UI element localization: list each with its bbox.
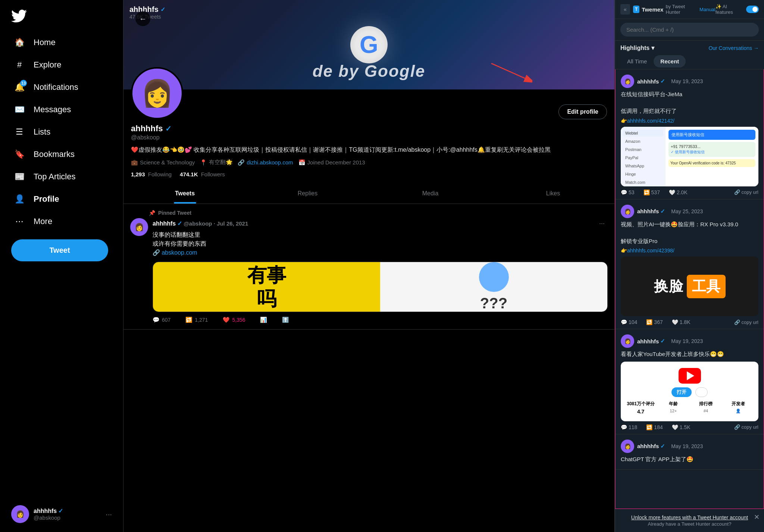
tweet-author: ahhhhfs ✓ @abskoop · Jul 26, 2021 xyxy=(153,220,248,227)
tweet-image: 有事吗 ??? AHHHHFS.COM xyxy=(153,262,608,312)
tw-retweet-2[interactable]: 🔁 367 xyxy=(646,319,663,325)
youtube-play-button xyxy=(679,368,701,384)
tw-like-2[interactable]: 🤍 1.8K xyxy=(672,319,691,325)
retweet-icon-3: 🔁 xyxy=(646,424,652,430)
tw-retweet-3[interactable]: 🔁 184 xyxy=(646,424,663,430)
tw-retweet-1[interactable]: 🔁 537 xyxy=(644,189,660,195)
tw-actions-1: 💬 53 🔁 537 🤍 2.0K 🔗 copy url xyxy=(621,189,758,195)
sidebar-item-explore[interactable]: # Explore xyxy=(7,54,116,76)
ai-features-toggle[interactable] xyxy=(746,6,759,13)
share-action[interactable]: ⬆️ xyxy=(282,317,289,323)
verified-badge: ✓ xyxy=(165,124,172,133)
tw-copy-url-2[interactable]: 🔗 copy url xyxy=(734,319,758,325)
sidebar-item-bookmarks[interactable]: 🔖 Bookmarks xyxy=(7,143,116,166)
tweet-button[interactable]: Tweet xyxy=(11,239,108,261)
tw-comment-2[interactable]: 💬 104 xyxy=(621,319,637,325)
sidebar-item-more[interactable]: ⋯ More xyxy=(7,210,116,233)
tw-verified-1: ✓ xyxy=(660,78,665,85)
tab-likes[interactable]: Likes xyxy=(492,183,614,204)
home-icon: 🏠 xyxy=(13,37,25,48)
highlights-label[interactable]: Highlights ▾ xyxy=(620,44,654,51)
tw-copy-url-3[interactable]: 🔗 copy url xyxy=(734,424,758,430)
link-icon-small: 🔗 xyxy=(153,249,160,256)
meta-category: 💼 Science & Technology xyxy=(131,159,195,166)
tw-like-1[interactable]: 🤍 2.0K xyxy=(669,189,688,195)
retweet-action[interactable]: 🔁 1,271 xyxy=(185,317,208,323)
tw-actions-2: 💬 104 🔁 367 🤍 1.8K 🔗 copy url xyxy=(621,319,758,325)
sidebar-item-home[interactable]: 🏠 Home xyxy=(7,31,116,54)
meme-text-left: 有事吗 xyxy=(247,264,286,310)
like-action[interactable]: ❤️ 5,356 xyxy=(223,317,245,323)
cartoon-head xyxy=(479,262,509,292)
collapse-button[interactable]: « xyxy=(620,4,630,15)
sidebar-item-lists[interactable]: ☰ Lists xyxy=(7,121,116,143)
tw-text-4: ChatGPT 官方 APP上架了🤩 xyxy=(621,455,758,464)
sidebar-item-top-articles[interactable]: 📰 Top Articles xyxy=(7,166,116,188)
tw-image-2: 换脸 工具 xyxy=(621,256,758,316)
tw-text-1: 在线短信接码平台-JieMa低调用，用烂就不行了 xyxy=(621,90,758,116)
open-button: 打开 xyxy=(671,387,692,397)
twemex-tweet-2: 👩 ahhhhfs ✓ May 25, 2023 视频、照片AI一键换🤩脸应用：… xyxy=(616,199,764,330)
unlock-text[interactable]: Unlock more features with a Tweet Hunter… xyxy=(620,514,759,520)
tw-image-1: Webtel Amazon Postman PayPal WhatsApp Hi… xyxy=(621,127,758,186)
twemex-tweet-4: 👩 ahhhhfs ✓ May 19, 2023 ChatGPT 官方 APP上… xyxy=(616,434,764,470)
account-options-icon[interactable]: ··· xyxy=(106,510,112,519)
sidebar-nav: 🏠 Home # Explore 🔔 13 Notifications ✉️ M… xyxy=(7,31,116,233)
edit-profile-button[interactable]: Edit profile xyxy=(558,104,607,119)
twemex-search-input[interactable] xyxy=(620,23,759,37)
tw-text-3: 看看人家YouTube开发者上班多快乐😁😁 xyxy=(621,350,758,359)
tw-comment-1[interactable]: 💬 53 xyxy=(621,189,635,195)
profile-avatar: 👩 xyxy=(131,67,183,119)
twemex-highlights-header: Highlights ▾ Our Conversations → xyxy=(615,41,764,54)
heart-icon-1: 🤍 xyxy=(669,189,675,195)
tw-link-1[interactable]: 👉ahhhhfs.com/42142/ xyxy=(621,118,758,124)
newspaper-icon: 📰 xyxy=(13,171,25,183)
our-conversations-link[interactable]: Our Conversations → xyxy=(708,45,759,51)
sidebar-item-notifications[interactable]: 🔔 13 Notifications xyxy=(7,76,116,98)
tw-avatar-2: 👩 xyxy=(621,205,634,218)
tab-replies[interactable]: Replies xyxy=(246,183,369,204)
retweet-icon-1: 🔁 xyxy=(644,189,650,195)
face-swap-tool-label: 工具 xyxy=(687,275,726,298)
sidebar: 🏠 Home # Explore 🔔 13 Notifications ✉️ M… xyxy=(0,0,123,532)
tw-image-3: 打开 ⬆ 3081万个评分 年龄 排行榜 开发者 4.7 12+ #4 👤 xyxy=(621,362,758,421)
twitter-logo[interactable] xyxy=(7,4,116,31)
comment-icon: 💬 xyxy=(153,317,160,323)
tweet-link[interactable]: 🔗 abskoop.com xyxy=(153,248,608,257)
user-account-footer[interactable]: 👩 ahhhhfs ✓ @abskoop ··· xyxy=(7,500,116,528)
tw-link-2[interactable]: 👉ahhhhfs.com/42398/ xyxy=(621,248,758,254)
views-action[interactable]: 📊 xyxy=(260,317,267,323)
tw-comment-3[interactable]: 💬 118 xyxy=(621,424,637,430)
comment-icon-3: 💬 xyxy=(621,424,627,430)
close-banner-button[interactable]: ✕ xyxy=(754,513,760,521)
hl-tab-all-time[interactable]: All Time xyxy=(620,55,654,67)
profile-header: ← ahhhhfs ✓ 47.6K Tweets G de by Google xyxy=(123,0,614,204)
pinned-label: 📌 Pinned Tweet xyxy=(149,210,608,216)
twemex-tweet-3: 👩 ahhhhfs ✓ May 19, 2023 看看人家YouTube开发者上… xyxy=(616,329,764,434)
follow-stats: 1,293 Following 474.1K Followers xyxy=(131,171,607,177)
footer-avatar: 👩 xyxy=(11,505,29,523)
tw-actions-3: 💬 118 🔁 184 🤍 1.5K 🔗 copy url xyxy=(621,424,758,430)
meta-website[interactable]: dizhi.abskoop.com xyxy=(247,159,293,166)
manual-link[interactable]: Manual xyxy=(699,7,716,12)
tab-tweets[interactable]: Tweets xyxy=(123,183,246,204)
briefcase-icon: 💼 xyxy=(131,159,138,166)
back-button[interactable]: ← xyxy=(135,11,150,26)
hl-tab-recent[interactable]: Recent xyxy=(654,55,686,67)
sidebar-item-profile[interactable]: 👤 Profile xyxy=(7,188,116,210)
tw-verified-4: ✓ xyxy=(660,443,665,450)
tab-media[interactable]: Media xyxy=(369,183,492,204)
tw-like-3[interactable]: 🤍 1.5K xyxy=(672,424,691,430)
comment-action[interactable]: 💬 607 xyxy=(153,317,170,323)
sidebar-item-messages[interactable]: ✉️ Messages xyxy=(7,98,116,121)
tweet-options-button[interactable]: ··· xyxy=(596,218,608,229)
retweet-icon-2: 🔁 xyxy=(646,319,652,325)
comment-icon-1: 💬 xyxy=(621,189,627,195)
display-name: ahhhhfs ✓ xyxy=(131,124,607,133)
tw-date-4: May 19, 2023 xyxy=(671,443,703,449)
ai-toggle: ✨ AI features xyxy=(716,4,759,15)
tw-copy-url-1[interactable]: 🔗 copy url xyxy=(734,189,758,195)
followers-stat[interactable]: 474.1K Followers xyxy=(180,171,225,177)
twemex-search-area xyxy=(615,19,764,41)
following-stat[interactable]: 1,293 Following xyxy=(131,171,172,177)
